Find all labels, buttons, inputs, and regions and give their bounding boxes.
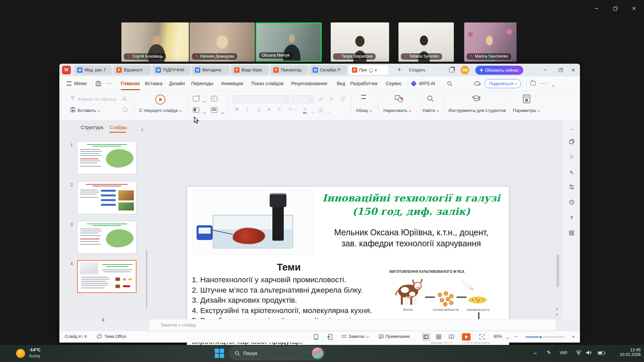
menu-main[interactable]: Меню bbox=[74, 81, 87, 86]
panel-scrollbar[interactable] bbox=[146, 250, 147, 308]
italic-button[interactable]: I bbox=[247, 107, 248, 112]
create-document-button[interactable]: Создать bbox=[409, 67, 425, 72]
options-icon[interactable] bbox=[523, 95, 530, 105]
save-icon[interactable] bbox=[96, 81, 101, 88]
zoom-slider-thumb[interactable] bbox=[539, 335, 542, 339]
user-avatar[interactable]: OM bbox=[461, 66, 469, 74]
slide-subtitle[interactable]: Мельник Оксана Юріївна, к.т.н., доцент,з… bbox=[316, 227, 506, 249]
document-tab-3[interactable]: WПІДРУЧНИ bbox=[153, 65, 190, 75]
slideshow-play-button[interactable] bbox=[462, 333, 471, 341]
format-painter-label[interactable]: Формат по образцу bbox=[77, 97, 117, 102]
format-painter-icon[interactable] bbox=[70, 96, 75, 102]
document-tab-active[interactable]: P Пре bbox=[349, 65, 388, 75]
menu-tab-transitions[interactable]: Переходы bbox=[191, 81, 213, 86]
strikethrough-button[interactable]: A bbox=[267, 107, 271, 112]
previous-slide-button[interactable]: ▲ bbox=[555, 307, 558, 310]
more-quickbar-icon[interactable]: ··· bbox=[106, 81, 113, 86]
signature-pen-icon[interactable]: ✎ bbox=[569, 170, 575, 176]
menu-tab-wps-ai[interactable]: WPS AI bbox=[419, 81, 435, 86]
font-name-select[interactable] bbox=[232, 95, 289, 103]
battery-icon[interactable] bbox=[598, 351, 604, 355]
menu-tab-developer[interactable]: Разработчик bbox=[350, 81, 378, 86]
options-label[interactable]: Параметры bbox=[513, 108, 539, 113]
superscript-button[interactable]: X² bbox=[288, 107, 296, 112]
from-current-slide-label[interactable]: С текущего слайда bbox=[139, 108, 181, 113]
draw-shapes-icon[interactable] bbox=[395, 95, 404, 104]
find-icon[interactable] bbox=[427, 95, 434, 103]
menu-tab-view[interactable]: Вид bbox=[337, 81, 345, 86]
theme-name[interactable]: Тема Office bbox=[104, 334, 126, 339]
document-tab-7[interactable]: WСилабус Р bbox=[310, 65, 347, 75]
zoom-out-button[interactable]: − bbox=[515, 334, 518, 339]
menu-tab-tools[interactable]: Сервис bbox=[386, 81, 402, 86]
search-daily-image[interactable] bbox=[312, 348, 323, 359]
task-pane-icon[interactable]: + bbox=[530, 81, 536, 85]
decrease-font-icon[interactable]: A⁻ bbox=[330, 96, 335, 102]
notes-toggle-icon[interactable] bbox=[342, 335, 346, 340]
cut-icon[interactable] bbox=[122, 96, 127, 102]
collapse-panel-icon[interactable] bbox=[142, 126, 144, 132]
menu-tab-home[interactable]: Главная bbox=[121, 81, 140, 86]
panel-tab-structure[interactable]: Структура bbox=[81, 125, 103, 130]
next-slide-button[interactable]: ▼ bbox=[555, 313, 558, 316]
slide-thumbnail-4-selected[interactable] bbox=[77, 260, 137, 293]
bold-button[interactable]: B bbox=[235, 107, 238, 112]
wps-logo[interactable]: W bbox=[62, 66, 71, 74]
menu-tab-review[interactable]: Рецензирование bbox=[291, 81, 327, 86]
canvas-scrollbar[interactable] bbox=[556, 122, 559, 308]
font-color-button[interactable]: A bbox=[303, 107, 307, 114]
wps-minimize-button[interactable]: − bbox=[538, 64, 552, 76]
layout-dropdown[interactable] bbox=[202, 109, 205, 115]
notes-toggle-label[interactable]: Заметки bbox=[348, 334, 368, 339]
pen-input-icon[interactable]: ✎ bbox=[547, 350, 551, 356]
underline-button[interactable]: U bbox=[257, 107, 261, 112]
new-slide-icon[interactable]: + bbox=[193, 96, 199, 101]
wps-restore-button[interactable] bbox=[553, 64, 568, 76]
update-now-button[interactable]: Обновить сейчас bbox=[475, 66, 523, 75]
taskbar-clock[interactable]: 12:45 10.02.2026 bbox=[613, 348, 641, 357]
search-icon[interactable] bbox=[447, 81, 452, 88]
highlight-color-icon[interactable] bbox=[318, 107, 324, 114]
cloud-sync-icon[interactable] bbox=[474, 81, 481, 87]
comment-label[interactable]: Примечание bbox=[385, 334, 410, 339]
menu-tab-slideshow[interactable]: Показ слайдов bbox=[251, 81, 283, 86]
language-indicator[interactable]: УКР bbox=[559, 351, 568, 355]
document-tab-4[interactable]: WМетодичн bbox=[192, 65, 229, 75]
menu-tab-design[interactable]: Дизайн bbox=[169, 81, 185, 86]
slide-sorter-view-button[interactable] bbox=[436, 335, 441, 340]
new-slide-dropdown[interactable] bbox=[202, 98, 205, 104]
weather-sun-icon[interactable] bbox=[16, 349, 25, 358]
menu-tab-insert[interactable]: Вставка bbox=[145, 81, 162, 86]
zoom-close-button[interactable]: × bbox=[626, 3, 642, 14]
video-tile-participant-4[interactable]: Tanya Stepanova bbox=[331, 22, 389, 62]
document-tab-6[interactable]: PПрезентац bbox=[270, 65, 308, 75]
play-from-current-slide-icon[interactable] bbox=[155, 95, 165, 105]
taskbar-search-box[interactable]: Пошук bbox=[229, 347, 325, 360]
notes-bar[interactable]: Заметки к слайду bbox=[149, 319, 556, 331]
tab-overview-icon[interactable] bbox=[449, 67, 454, 72]
wifi-icon[interactable] bbox=[576, 350, 582, 356]
weather-temperature[interactable]: -14°C bbox=[29, 347, 41, 352]
slide-checklist-icon[interactable] bbox=[211, 107, 217, 113]
reuse-slide-icon[interactable]: ⇙ bbox=[211, 96, 217, 101]
zoom-slider[interactable] bbox=[526, 337, 565, 338]
font-size-select[interactable] bbox=[291, 95, 314, 103]
zoom-minimize-button[interactable]: − bbox=[589, 3, 604, 14]
settings-sliders-icon[interactable] bbox=[569, 184, 575, 190]
slide-title[interactable]: Інноваційні технології в галузі(150 год,… bbox=[316, 191, 506, 218]
wps-close-button[interactable]: × bbox=[567, 64, 580, 76]
paragraph-label[interactable]: Абзац bbox=[356, 108, 371, 113]
collapse-rail-icon[interactable]: − bbox=[569, 126, 575, 132]
normal-view-button[interactable] bbox=[422, 333, 430, 341]
text-shadow-button[interactable]: S bbox=[278, 107, 281, 112]
favorites-star-icon[interactable]: ☆ bbox=[569, 153, 575, 159]
cast-to-device-icon[interactable] bbox=[327, 334, 332, 341]
zoom-in-button[interactable]: + bbox=[572, 334, 575, 339]
volume-icon[interactable] bbox=[586, 350, 592, 356]
apps-grid-icon[interactable] bbox=[569, 230, 575, 236]
draw-label[interactable]: Нарисовать bbox=[383, 108, 411, 113]
paste-icon[interactable] bbox=[70, 107, 75, 114]
reading-view-button[interactable] bbox=[449, 335, 454, 340]
zoom-level[interactable]: 65% bbox=[494, 334, 502, 339]
document-tab-5[interactable]: PВиди боро bbox=[231, 65, 269, 75]
